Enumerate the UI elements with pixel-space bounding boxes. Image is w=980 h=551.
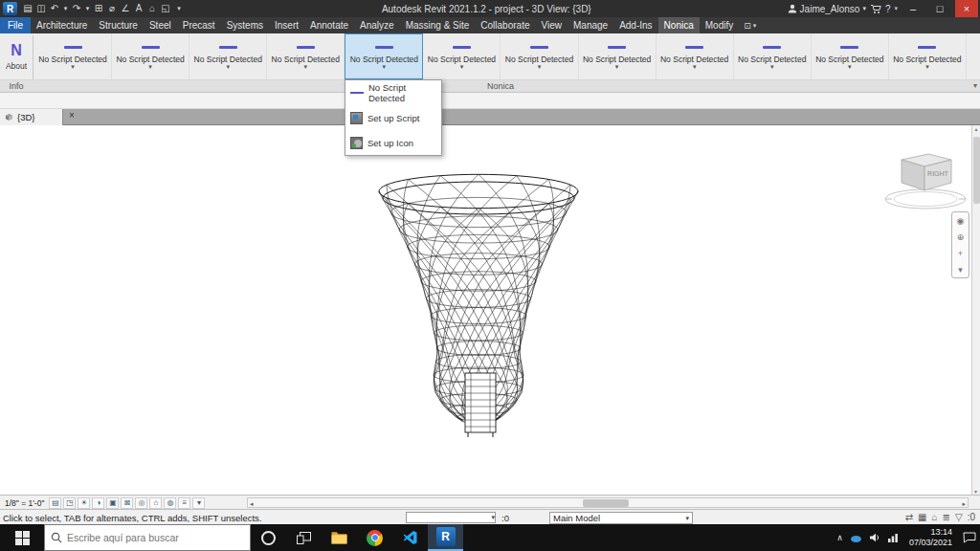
nonica-script-button-selected[interactable]: No Script Detected▾ <box>345 33 423 79</box>
nonica-script-button[interactable]: No Script Detected▾ <box>34 33 112 79</box>
tab-annotate[interactable]: Annotate <box>304 17 354 33</box>
zoom-icon[interactable]: ⊕ <box>957 232 965 242</box>
crop-view-icon[interactable]: ▣ <box>106 497 119 509</box>
view-tab-3d[interactable]: {3D} <box>0 109 63 125</box>
steering-wheel-icon[interactable]: ◉ <box>957 216 965 226</box>
tray-expand-icon[interactable]: ∧ <box>836 533 843 542</box>
menu-item-no-script-detected[interactable]: No Script Detected <box>345 80 441 105</box>
task-view-button[interactable] <box>286 524 322 551</box>
exclude-options-icon[interactable]: ⌂ <box>932 512 938 522</box>
nonica-script-button[interactable]: No Script Detected▾ <box>112 33 189 79</box>
ribbon-collapse-icon[interactable]: ▾ <box>973 81 977 90</box>
nonica-script-button[interactable]: No Script Detected▾ <box>889 33 967 79</box>
drawing-area[interactable]: RIGHT ◉ ⊕ + ▾ ▴ ▾ <box>0 125 980 495</box>
tab-collaborate[interactable]: Collaborate <box>475 17 535 33</box>
close-button[interactable]: × <box>955 0 978 17</box>
action-center-icon[interactable] <box>963 532 976 543</box>
save-icon[interactable]: ◫ <box>35 0 47 17</box>
about-button[interactable]: N About <box>0 33 33 79</box>
tab-modify[interactable]: Modify <box>700 17 739 33</box>
tab-precast[interactable]: Precast <box>177 17 221 33</box>
undo-caret-icon[interactable]: ▾ <box>62 0 69 17</box>
tab-add-ins[interactable]: Add-Ins <box>613 17 657 33</box>
nonica-script-button[interactable]: No Script Detected▾ <box>812 33 889 79</box>
selection-filter-icon[interactable]: ▽ <box>955 512 963 522</box>
maximize-button[interactable]: □ <box>928 0 951 17</box>
pan-icon[interactable]: + <box>958 249 963 258</box>
visual-style-icon[interactable]: ◳ <box>63 497 76 509</box>
help-menu[interactable]: ? <box>885 4 891 14</box>
horizontal-scrollbar[interactable]: ◂ ▸ <box>247 497 969 508</box>
menu-item-set-up-script[interactable]: Set up Script <box>345 105 441 130</box>
tab-view[interactable]: View <box>535 17 568 33</box>
tab-nonica[interactable]: Nonica <box>658 17 700 33</box>
tab-systems[interactable]: Systems <box>221 17 269 33</box>
tab-steel[interactable]: Steel <box>144 17 177 33</box>
cortana-button[interactable] <box>251 524 286 551</box>
tab-architecture[interactable]: Architecture <box>31 17 93 33</box>
vertical-scrollbar-thumb[interactable] <box>973 137 980 204</box>
align-icon[interactable]: ∠ <box>120 0 131 17</box>
taskbar-clock[interactable]: 13:14 07/03/2021 <box>905 527 956 548</box>
nonica-script-button[interactable]: No Script Detected▾ <box>657 33 734 79</box>
nonica-script-button[interactable]: No Script Detected▾ <box>267 33 345 79</box>
vscode-button[interactable] <box>392 524 428 551</box>
scroll-left-icon[interactable]: ◂ <box>250 499 254 508</box>
tab-manage[interactable]: Manage <box>568 17 613 33</box>
revit-taskbar-button[interactable]: R <box>428 524 463 551</box>
detail-level-icon[interactable]: ▤ <box>49 497 61 509</box>
sun-path-icon[interactable]: ☀ <box>78 497 90 509</box>
app-store-cart-icon[interactable] <box>870 4 881 14</box>
press-drag-icon[interactable]: ≣ <box>943 512 950 522</box>
reveal-hidden-icon[interactable]: ⌂ <box>149 497 162 509</box>
temporary-hide-icon[interactable]: ◎ <box>135 497 147 509</box>
vcb-more-icon[interactable]: ▾ <box>192 497 205 509</box>
tab-insert[interactable]: Insert <box>269 17 304 33</box>
minimize-button[interactable]: – <box>902 0 924 17</box>
measure-icon[interactable]: ⌀ <box>106 0 118 17</box>
nonica-script-button[interactable]: No Script Detected▾ <box>189 33 267 79</box>
tab-analyze[interactable]: Analyze <box>354 17 400 33</box>
search-input[interactable] <box>67 532 244 543</box>
text-icon[interactable]: A <box>133 0 145 17</box>
account-menu[interactable]: Jaime_Alonso ▾ <box>788 4 866 14</box>
redo-caret-icon[interactable]: ▾ <box>84 0 91 17</box>
redo-icon[interactable]: ↷ <box>71 0 82 17</box>
open-icon[interactable]: ▤ <box>22 0 33 17</box>
start-button[interactable] <box>0 524 44 551</box>
scroll-down-icon[interactable]: ▾ <box>974 488 977 495</box>
scroll-right-icon[interactable]: ▸ <box>962 499 966 508</box>
section-icon[interactable]: ◱ <box>160 0 171 17</box>
worksets-input[interactable] <box>407 513 491 522</box>
tab-massing-site[interactable]: Massing & Site <box>400 17 476 33</box>
taskbar-search[interactable] <box>44 524 251 551</box>
navbar-expand-icon[interactable]: ▾ <box>958 265 963 275</box>
scroll-up-icon[interactable]: ▴ <box>974 126 977 132</box>
revit-app-icon[interactable]: R <box>3 2 17 15</box>
onedrive-cloud-icon[interactable] <box>850 533 862 543</box>
horizontal-scrollbar-thumb[interactable] <box>583 499 629 507</box>
chrome-button[interactable] <box>357 524 392 551</box>
undo-icon[interactable]: ↶ <box>49 0 60 17</box>
nonica-script-button[interactable]: No Script Detected▾ <box>579 33 657 79</box>
nonica-script-button[interactable]: No Script Detected▾ <box>501 33 578 79</box>
menu-item-set-up-icon[interactable]: Set up Icon <box>345 130 441 155</box>
nonica-script-button[interactable]: No Script Detected▾ <box>734 33 812 79</box>
network-icon[interactable] <box>887 533 899 542</box>
vertical-scrollbar[interactable]: ▴ ▾ <box>971 125 980 495</box>
constraints-icon[interactable]: ≡ <box>178 497 190 509</box>
print-icon[interactable]: ⊞ <box>93 0 104 17</box>
design-options-combo[interactable]: Main Model ▾ <box>549 512 693 524</box>
default-3d-view-icon[interactable]: ⌂ <box>146 0 158 17</box>
file-explorer-button[interactable] <box>322 524 357 551</box>
help-caret-icon[interactable]: ▾ <box>894 5 898 12</box>
file-menu-button[interactable]: File <box>0 17 31 33</box>
worksharing-display-icon[interactable]: ▦ <box>918 512 926 522</box>
viewcube[interactable]: RIGHT <box>880 144 971 217</box>
scale-button[interactable]: 1/8" = 1'-0" <box>2 498 47 508</box>
nonica-script-button[interactable]: No Script Detected▾ <box>423 33 501 79</box>
crop-region-icon[interactable]: ⊠ <box>121 497 133 509</box>
editable-only-icon[interactable]: ⇄ <box>905 512 913 522</box>
worksets-combo[interactable]: ▾ <box>406 512 496 523</box>
view-tab-close-icon[interactable]: × <box>69 110 75 121</box>
